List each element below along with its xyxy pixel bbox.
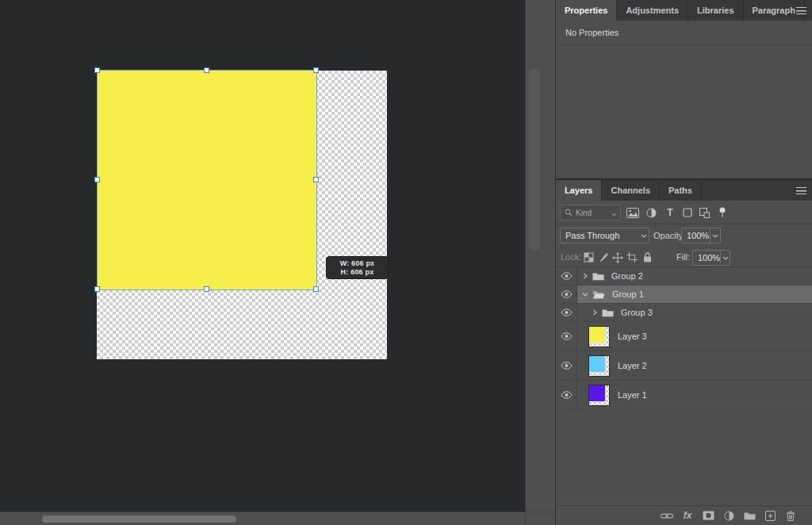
layer-row-group-3[interactable]: Group 3	[556, 304, 812, 322]
blend-mode-value: Pass Through	[565, 231, 619, 240]
chevron-right-icon[interactable]	[581, 273, 589, 279]
visibility-toggle-eye-icon[interactable]	[556, 304, 577, 321]
type-layer-filter-icon[interactable]: T	[663, 205, 677, 220]
no-properties-label: No Properties	[565, 28, 619, 37]
lock-image-pixels-icon[interactable]	[597, 251, 610, 263]
chevron-down-icon[interactable]	[581, 291, 589, 297]
layer-name[interactable]: Group 1	[612, 289, 644, 299]
blend-row: Pass Through Opacity: 100%	[556, 224, 812, 247]
layer-row-group-1[interactable]: Group 1	[556, 285, 812, 304]
new-adjustment-layer-icon[interactable]	[722, 510, 735, 522]
no-properties-message: No Properties	[556, 21, 812, 45]
dimensions-tooltip: W: 606 px H: 606 px	[326, 256, 389, 279]
layer-row-layer-3[interactable]: Layer 3	[556, 322, 812, 351]
transform-handle-top-right[interactable]	[313, 67, 319, 73]
layers-tab-bar: LayersChannelsPaths	[556, 180, 812, 201]
lock-position-icon[interactable]	[611, 251, 624, 263]
transform-handle-top-left[interactable]	[94, 67, 100, 73]
shape-layer-filter-icon[interactable]	[680, 205, 695, 220]
properties-tab-properties[interactable]: Properties	[556, 0, 617, 21]
horizontal-scrollbar-track[interactable]	[0, 512, 525, 525]
transform-handle-middle-left[interactable]	[94, 177, 100, 182]
layer-name[interactable]: Layer 1	[618, 390, 647, 400]
transform-handle-middle-right[interactable]	[313, 177, 319, 182]
layers-tab-channels[interactable]: Channels	[602, 180, 660, 201]
layer-thumbnail[interactable]	[588, 326, 610, 347]
fx-glyph: fx	[684, 510, 692, 521]
type-glyph: T	[667, 207, 672, 218]
filter-kind-select[interactable]: Kind	[560, 205, 621, 220]
tooltip-height: H: 606 px	[341, 268, 374, 277]
transform-selection-yellow-square[interactable]	[98, 71, 316, 289]
link-layers-icon[interactable]	[661, 510, 673, 522]
visibility-toggle-eye-icon[interactable]	[556, 322, 577, 351]
layer-row-layer-2[interactable]: Layer 2	[556, 351, 812, 381]
new-group-icon[interactable]	[743, 510, 756, 522]
chevron-right-icon[interactable]	[591, 309, 599, 316]
fill-value: 100%	[698, 253, 720, 262]
layer-name[interactable]: Layer 2	[618, 361, 647, 370]
search-icon	[565, 205, 573, 220]
layer-name[interactable]: Group 2	[611, 271, 643, 281]
lock-label: Lock:	[561, 252, 581, 262]
new-layer-icon[interactable]	[764, 510, 776, 522]
layers-panel-footer: fx	[556, 505, 812, 525]
filter-toggle-icon[interactable]	[715, 205, 730, 220]
properties-tab-adjustments[interactable]: Adjustments	[617, 0, 688, 21]
visibility-toggle-eye-icon[interactable]	[556, 267, 577, 285]
lock-artboard-icon[interactable]	[626, 251, 638, 263]
vertical-scrollbar-track[interactable]	[525, 0, 555, 525]
lock-all-icon[interactable]	[641, 251, 653, 263]
chevron-down-icon	[611, 205, 617, 220]
transform-handle-top-middle[interactable]	[204, 67, 209, 73]
transform-handle-bottom-middle[interactable]	[204, 286, 209, 292]
opacity-select[interactable]: 100%	[681, 228, 721, 243]
layer-list: Group 2Group 1Group 3Layer 3Layer 2Layer…	[556, 267, 812, 505]
chevron-down-icon	[710, 228, 720, 243]
pixel-layer-filter-icon[interactable]	[626, 205, 640, 220]
properties-panel-menu-icon[interactable]	[796, 7, 806, 14]
lock-row: Lock: Fill: 100%	[556, 247, 812, 267]
transform-handle-bottom-left[interactable]	[94, 286, 100, 292]
layer-name[interactable]: Layer 3	[618, 331, 647, 341]
layer-style-fx-icon[interactable]: fx	[681, 510, 694, 522]
properties-tabs: PropertiesAdjustmentsLibrariesParagraph	[556, 0, 805, 21]
visibility-toggle-eye-icon[interactable]	[556, 285, 577, 303]
right-panel: PropertiesAdjustmentsLibrariesParagraph …	[555, 0, 812, 525]
layer-name[interactable]: Group 3	[621, 308, 653, 317]
vertical-scrollbar-thumb[interactable]	[529, 69, 540, 251]
tooltip-width: W: 606 px	[340, 259, 375, 268]
blend-mode-select[interactable]: Pass Through	[560, 228, 649, 243]
properties-tab-bar: PropertiesAdjustmentsLibrariesParagraph	[556, 0, 812, 21]
smart-object-filter-icon[interactable]	[697, 205, 711, 220]
layers-tab-paths[interactable]: Paths	[660, 180, 702, 201]
visibility-toggle-eye-icon[interactable]	[556, 351, 577, 380]
canvas-area: W: 606 px H: 606 px	[0, 0, 525, 512]
layers-tabs: LayersChannelsPaths	[556, 180, 702, 201]
transform-handle-bottom-right[interactable]	[313, 286, 319, 292]
properties-tab-libraries[interactable]: Libraries	[688, 0, 743, 21]
layer-row-layer-1[interactable]: Layer 1	[556, 381, 812, 410]
horizontal-scrollbar-thumb[interactable]	[42, 515, 236, 523]
folder-icon	[602, 308, 614, 317]
chevron-down-icon	[720, 251, 730, 265]
chevron-down-icon	[638, 234, 649, 238]
layer-thumbnail[interactable]	[588, 355, 610, 377]
layers-filter-row: Kind T	[556, 201, 812, 224]
layers-tab-layers[interactable]: Layers	[556, 180, 602, 201]
add-layer-mask-icon[interactable]	[702, 510, 714, 522]
visibility-toggle-eye-icon[interactable]	[556, 381, 577, 409]
filter-kind-label: Kind	[576, 209, 611, 217]
folder-open-icon	[592, 290, 605, 299]
layer-row-group-2[interactable]: Group 2	[556, 267, 812, 285]
fill-select[interactable]: 100%	[692, 250, 730, 266]
gutter-divider	[526, 512, 556, 512]
adjustment-layer-filter-icon[interactable]	[644, 205, 658, 220]
fill-label: Fill:	[676, 252, 690, 262]
folder-icon	[592, 272, 604, 281]
layer-thumbnail[interactable]	[588, 385, 610, 406]
opacity-value: 100%	[687, 231, 709, 240]
delete-layer-icon[interactable]	[784, 510, 797, 522]
lock-transparent-pixels-icon[interactable]	[582, 251, 595, 263]
layers-panel-menu-icon[interactable]	[796, 187, 806, 194]
